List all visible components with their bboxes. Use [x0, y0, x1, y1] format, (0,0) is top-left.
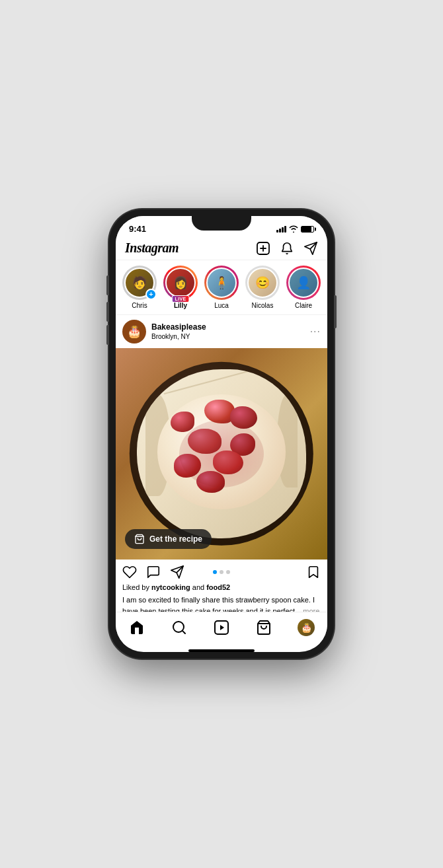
header-icons [256, 241, 318, 256]
svg-marker-4 [220, 625, 224, 630]
story-avatar-lilly: 👩 [165, 268, 196, 298]
notifications-button[interactable] [280, 241, 294, 256]
dot-2 [220, 570, 223, 574]
instagram-logo: Instagram [125, 240, 179, 256]
stories-row: 🧑 + Chris 👩 LIVE Lilly [116, 260, 327, 315]
post-location: Brooklyn, NY [151, 332, 305, 341]
post-username[interactable]: Bakeasiplease [151, 322, 305, 333]
and-text: and [190, 583, 206, 591]
story-avatar-wrap-lilly: 👩 LIVE [163, 266, 198, 300]
story-avatar-wrap-chris: 🧑 + [122, 266, 157, 300]
post-more-button[interactable]: ··· [310, 326, 321, 338]
story-item-lilly[interactable]: 👩 LIVE Lilly [163, 266, 198, 309]
post-caption: I am so excited to finally share this st… [116, 593, 327, 612]
story-ring-luca: 🧍 [204, 266, 239, 300]
nav-shop-button[interactable] [251, 618, 277, 637]
story-item-chris[interactable]: 🧑 + Chris [122, 266, 157, 309]
story-avatar-luca: 🧍 [206, 268, 237, 298]
dot-3 [226, 570, 230, 574]
story-avatar-wrap-luca: 🧍 [204, 266, 239, 300]
story-label-lilly: Lilly [174, 302, 187, 309]
notch [192, 216, 251, 231]
get-recipe-button[interactable]: Get the recipe [125, 529, 212, 549]
signal-icon [276, 226, 286, 233]
add-story-button[interactable]: + [145, 289, 157, 300]
bottom-navigation: 🎂 [116, 612, 327, 647]
direct-messages-button[interactable] [303, 241, 318, 256]
story-label-claire: Claire [295, 302, 312, 309]
status-bar: 9:41 [116, 216, 327, 236]
post-actions [116, 560, 327, 582]
dot-1 [213, 570, 217, 574]
story-item-luca[interactable]: 🧍 Luca [204, 266, 239, 309]
phone-screen: 9:41 Instagram [116, 216, 327, 652]
story-avatar-wrap-nicolas: 😊 [245, 266, 280, 300]
story-label-luca: Luca [214, 302, 229, 309]
story-ring-nicolas: 😊 [245, 266, 280, 300]
home-indicator [188, 649, 255, 652]
story-avatar-nicolas: 😊 [247, 268, 278, 298]
food-background [116, 348, 327, 560]
carousel-dots [213, 570, 230, 574]
story-ring-claire: 👤 [286, 266, 321, 300]
instagram-header: Instagram [116, 236, 327, 260]
nav-home-button[interactable] [124, 618, 150, 637]
add-post-button[interactable] [256, 241, 270, 256]
nav-profile-button[interactable]: 🎂 [293, 618, 319, 637]
post-image: Get the recipe [116, 348, 327, 560]
wifi-icon [289, 225, 298, 233]
liker1[interactable]: nytcooking [151, 583, 190, 591]
liker2[interactable]: food52 [206, 583, 230, 591]
story-avatar-wrap-claire: 👤 [286, 266, 321, 300]
post-likes: Liked by nytcooking and food52 [116, 582, 327, 593]
post-user-info: Bakeasiplease Brooklyn, NY [151, 322, 305, 342]
live-badge-lilly: LIVE [172, 295, 190, 303]
story-label-nicolas: Nicolas [252, 302, 274, 309]
story-item-claire[interactable]: 👤 Claire [286, 266, 321, 309]
comment-button[interactable] [146, 565, 161, 579]
story-avatar-claire: 👤 [288, 268, 319, 298]
like-button[interactable] [122, 565, 137, 579]
share-button[interactable] [170, 565, 184, 579]
story-label-chris: Chris [132, 302, 147, 309]
recipe-button-label: Get the recipe [149, 534, 202, 544]
nav-search-button[interactable] [166, 618, 192, 637]
more-link[interactable]: more [301, 607, 319, 612]
post-header: 🎂 Bakeasiplease Brooklyn, NY ··· [116, 315, 327, 348]
status-time: 9:41 [129, 224, 146, 234]
liked-by-text: Liked by [122, 583, 151, 591]
status-icons [276, 225, 314, 233]
nav-reels-button[interactable] [208, 618, 235, 637]
story-item-nicolas[interactable]: 😊 Nicolas [245, 266, 280, 309]
phone-frame: 9:41 Instagram [109, 209, 334, 659]
caption-text: I am so excited to finally share this st… [122, 596, 315, 612]
post-feed: 🎂 Bakeasiplease Brooklyn, NY ··· [116, 315, 327, 612]
save-button[interactable] [306, 565, 321, 579]
battery-icon [301, 226, 314, 233]
post-avatar: 🎂 [122, 320, 146, 344]
cart-icon [134, 534, 145, 544]
